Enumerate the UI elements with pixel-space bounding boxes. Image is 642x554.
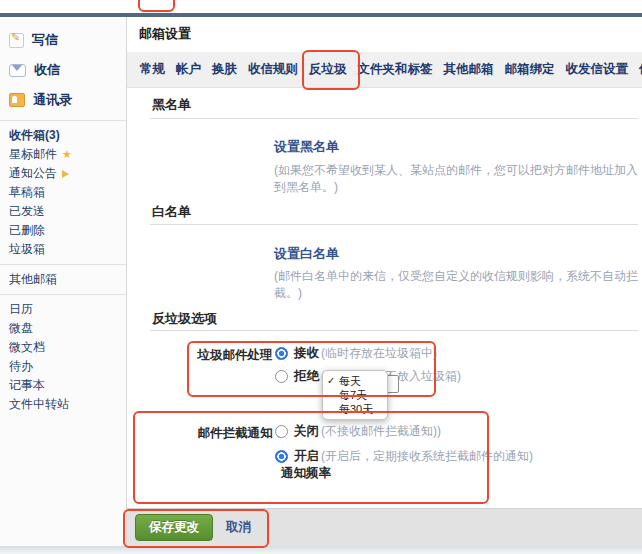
star-icon: ★ [62, 147, 72, 162]
on-option-label: 开启 [294, 448, 319, 465]
sent-label: 已发送 [9, 204, 45, 219]
sidebar-item-todo[interactable]: 待办 [0, 357, 126, 376]
tab-account[interactable]: 帐户 [176, 61, 201, 78]
divider [0, 294, 126, 295]
contacts-button[interactable]: 通讯录 [0, 85, 126, 115]
set-whitelist-link[interactable]: 设置白名单 [274, 245, 339, 263]
sidebar-item-junk[interactable]: 垃圾箱 [0, 240, 126, 259]
junk-label: 垃圾箱 [9, 242, 45, 257]
tab-receive-rules[interactable]: 收信规则 [248, 61, 298, 78]
envelope-icon [9, 64, 26, 77]
file-transfer-label: 文件中转站 [9, 397, 69, 412]
save-button[interactable]: 保存更改 [135, 514, 213, 541]
divider [150, 224, 638, 225]
receive-option-desc: (临时存放在垃圾箱中) [321, 345, 437, 362]
set-blacklist-link[interactable]: 设置黑名单 [274, 138, 339, 156]
footer-bar: 保存更改 取消 [127, 508, 642, 546]
other-mailbox-label: 其他邮箱 [9, 272, 57, 287]
page-bottom-edge [0, 546, 642, 554]
inbox-label: 收件箱(3) [9, 128, 60, 143]
sidebar-item-weidocs[interactable]: 微文档 [0, 338, 126, 357]
spam-handling-label: 垃圾邮件处理： [187, 347, 285, 364]
tab-general[interactable]: 常规 [140, 61, 165, 78]
notes-label: 记事本 [9, 378, 45, 393]
spam-option-receive[interactable]: 接收 (临时存放在垃圾箱中) [275, 345, 437, 362]
receive-option-label: 接收 [294, 345, 319, 362]
weipan-label: 微盘 [9, 321, 33, 336]
check-icon: ✓ [327, 374, 336, 388]
interception-option-on[interactable]: 开启 (开启后，定期接收系统拦截邮件的通知) [275, 448, 533, 465]
whitelist-desc: (邮件白名单中的来信，仅受您自定义的收信规则影响，系统不自动拦截。) [274, 268, 642, 302]
sidebar-item-file-transfer[interactable]: 文件中转站 [0, 395, 126, 414]
interception-option-off[interactable]: 关闭 (不接收邮件拦截通知)) [275, 423, 441, 440]
antispam-panel: 黑名单 设置黑名单 (如果您不希望收到某人、某站点的邮件，您可以把对方邮件地址加… [127, 88, 642, 508]
on-option-desc: (开启后，定期接收系统拦截邮件的通知) [321, 448, 533, 465]
off-option-label: 关闭 [294, 423, 319, 440]
settings-tabs: 常规 帐户 换肤 收信规则 反垃圾 文件夹和标签 其他邮箱 邮箱绑定 收发信设置… [127, 52, 642, 88]
deleted-label: 已删除 [9, 223, 45, 238]
sidebar-item-starred[interactable]: 星标邮件 ★ [0, 145, 126, 164]
sidebar-item-announcements[interactable]: 通知公告 [0, 164, 126, 183]
menu-item-30days[interactable]: 每30天 [323, 402, 387, 416]
divider [0, 120, 126, 121]
page-title: 邮箱设置 [139, 25, 191, 43]
sidebar-item-inbox[interactable]: 收件箱(3) [0, 126, 126, 145]
speaker-icon [62, 170, 69, 178]
compose-icon [9, 33, 24, 48]
menu-item-daily[interactable]: ✓ 每天 [323, 374, 387, 388]
sidebar-item-calendar[interactable]: 日历 [0, 300, 126, 319]
divider [0, 264, 126, 265]
sidebar-item-notes[interactable]: 记事本 [0, 376, 126, 395]
blacklist-heading: 黑名单 [152, 96, 191, 114]
reject-option-label: 拒绝 [294, 368, 319, 385]
radio-reject[interactable] [275, 370, 288, 383]
sidebar-item-sent[interactable]: 已发送 [0, 202, 126, 221]
sidebar-item-other-mailbox[interactable]: 其他邮箱 [0, 270, 126, 289]
cancel-link[interactable]: 取消 [226, 519, 251, 536]
contacts-icon [9, 93, 25, 107]
tab-folders-labels[interactable]: 文件夹和标签 [358, 61, 433, 78]
contacts-label: 通讯录 [33, 91, 72, 109]
receive-label: 收信 [34, 61, 60, 79]
interception-label: 邮件拦截通知： [187, 425, 285, 442]
daily-label: 每天 [339, 374, 361, 388]
todo-label: 待办 [9, 359, 33, 374]
menu-item-7days[interactable]: 每7天 [323, 388, 387, 402]
divider [150, 330, 638, 331]
whitelist-heading: 白名单 [152, 203, 191, 221]
30days-label: 每30天 [339, 402, 373, 416]
weidocs-label: 微文档 [9, 340, 45, 355]
tab-sendreceive-settings[interactable]: 收发信设置 [566, 61, 629, 78]
tab-other-mailbox[interactable]: 其他邮箱 [444, 61, 494, 78]
receive-mail-button[interactable]: 收信 [0, 55, 126, 85]
starred-label: 星标邮件 [9, 147, 57, 162]
compose-label: 写信 [32, 31, 58, 49]
drafts-label: 草稿箱 [9, 185, 45, 200]
sidebar-item-weipan[interactable]: 微盘 [0, 319, 126, 338]
calendar-label: 日历 [9, 302, 33, 317]
frequency-label: 通知频率 [281, 465, 331, 482]
blacklist-desc: (如果您不希望收到某人、某站点的邮件，您可以把对方邮件地址加入到黑名单。) [274, 162, 642, 196]
announcements-label: 通知公告 [9, 166, 57, 181]
compose-button[interactable]: 写信 [0, 25, 126, 55]
antispam-options-heading: 反垃圾选项 [152, 310, 217, 328]
off-option-desc: (不接收邮件拦截通知)) [321, 423, 441, 440]
divider [150, 118, 638, 119]
frequency-dropdown-menu: ✓ 每天 每7天 每30天 [322, 370, 388, 420]
tab-mailbox-binding[interactable]: 邮箱绑定 [505, 61, 555, 78]
7days-label: 每7天 [339, 388, 367, 402]
browser-chrome-strip [0, 0, 642, 13]
sidebar-item-drafts[interactable]: 草稿箱 [0, 183, 126, 202]
sidebar: 写信 收信 通讯录 收件箱(3) 星标邮件 ★ 通知公告 草稿箱 已发送 已删除 [0, 17, 127, 546]
tab-antispam[interactable]: 反垃圾 [309, 61, 347, 78]
sidebar-item-deleted[interactable]: 已删除 [0, 221, 126, 240]
radio-on-selected[interactable] [275, 450, 288, 463]
radio-receive-selected[interactable] [275, 347, 288, 360]
radio-off[interactable] [275, 425, 288, 438]
tab-skin[interactable]: 换肤 [212, 61, 237, 78]
